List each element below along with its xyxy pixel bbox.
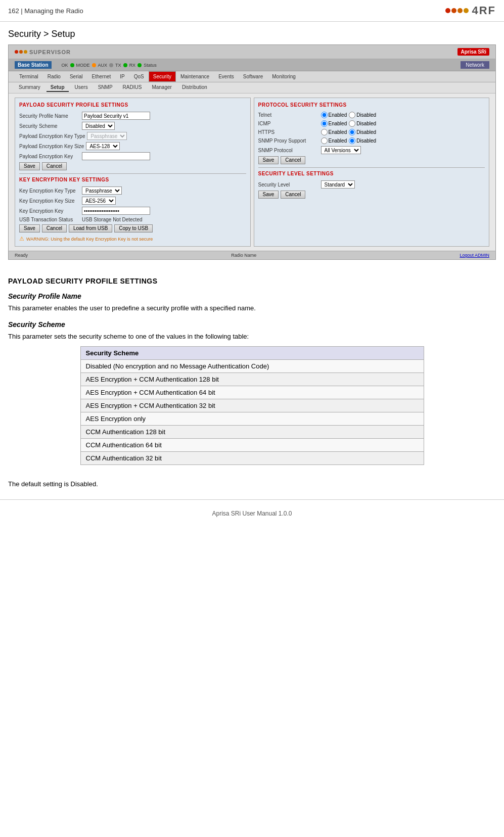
logo-dot-2 [451, 8, 456, 13]
logout-link[interactable]: Logout ADMIN [460, 253, 489, 258]
scheme-table-row-2: AES Encryption + CCM Authentication 64 b… [80, 386, 424, 399]
snmp-proxy-radio-group: Enabled Disabled [321, 137, 377, 144]
tab-serial[interactable]: Serial [65, 71, 87, 82]
key-enc-size-select[interactable]: AES-256 [82, 197, 116, 205]
security-scheme-select[interactable]: Disabled [82, 122, 115, 130]
doc-section-heading: PAYLOAD SECURITY PROFILE SETTINGS [8, 277, 496, 285]
snmp-proxy-disabled-radio[interactable] [349, 137, 355, 144]
security-level-select[interactable]: Standard [321, 180, 355, 189]
key-enc-panel-title: KEY ENCRYPTION KEY SETTINGS [19, 177, 246, 182]
proto-cancel-button[interactable]: Cancel [281, 156, 305, 164]
icmp-enabled-radio[interactable] [321, 120, 328, 127]
payload-cancel-button[interactable]: Cancel [42, 162, 67, 170]
tab-software[interactable]: Software [239, 71, 267, 82]
doc-subsection1-text: This parameter enables the user to prede… [8, 303, 496, 313]
right-panel: PROTOCOL SECURITY SETTINGS Telnet Enable… [254, 98, 490, 247]
tab-terminal[interactable]: Terminal [15, 71, 43, 82]
subnav-users[interactable]: Users [71, 83, 92, 92]
payload-enc-key-type-select[interactable]: Passphrase [87, 132, 127, 140]
key-enc-type-select[interactable]: Passphrase [82, 187, 122, 195]
telnet-label: Telnet [258, 112, 319, 118]
default-text-section: The default setting is Disabled. [0, 472, 504, 489]
https-disabled-label: Disabled [349, 129, 376, 135]
payload-enc-key-type-row: Payload Encryption Key Type Passphrase [19, 132, 246, 140]
payload-enc-key-row: Payload Encryption Key [19, 152, 246, 160]
tab-maintenance[interactable]: Maintenance [176, 71, 214, 82]
tab-ip[interactable]: IP [115, 71, 129, 82]
page-header: 162 | Managing the Radio 4RF [0, 0, 504, 22]
subnav-setup[interactable]: Setup [47, 83, 69, 92]
station-name: Base Station [15, 61, 52, 69]
payload-enc-key-type-label: Payload Encryption Key Type [19, 133, 85, 139]
payload-enc-key-input[interactable] [82, 152, 150, 160]
payload-save-button[interactable]: Save [19, 162, 40, 170]
subnav-summary[interactable]: Summary [15, 83, 44, 92]
https-disabled-radio[interactable] [349, 129, 355, 135]
footer-text: Aprisa SRi User Manual 1.0.0 [212, 510, 292, 517]
rx-label: RX [129, 63, 136, 68]
key-enc-key-label: Key Encryption Key [19, 208, 80, 214]
subnav-radius[interactable]: RADIUS [119, 83, 146, 92]
network-badge: Network [461, 61, 489, 69]
tab-ethernet[interactable]: Ethernet [87, 71, 116, 82]
snmp-proxy-enabled-radio[interactable] [321, 137, 328, 144]
sub-nav: Summary Setup Users SNMP RADIUS Manager … [9, 82, 495, 94]
protocol-panel-title: PROTOCOL SECURITY SETTINGS [258, 102, 485, 108]
profile-name-row: Security Profile Name [19, 112, 246, 120]
load-usb-button[interactable]: Load from USB [69, 224, 112, 232]
sec-level-btn-row: Save Cancel [258, 191, 485, 199]
payload-panel-title: PAYLOAD SECURITY PROFILE SETTINGS [19, 102, 246, 108]
key-save-button[interactable]: Save [19, 224, 40, 232]
icmp-radio-group: Enabled Disabled [321, 120, 377, 127]
profile-name-label: Security Profile Name [19, 113, 80, 119]
aprisa-badge: Aprisa SRi [457, 48, 489, 56]
doc-subsection1-heading: Security Profile Name [8, 292, 496, 300]
payload-btn-row: Save Cancel [19, 162, 246, 170]
proto-save-button[interactable]: Save [258, 156, 279, 164]
tab-monitoring[interactable]: Monitoring [267, 71, 300, 82]
snmp-protocol-select[interactable]: All Versions [321, 146, 361, 154]
logo-dots [445, 8, 469, 13]
key-enc-key-input[interactable] [82, 207, 150, 215]
doc-section: PAYLOAD SECURITY PROFILE SETTINGS Securi… [0, 270, 504, 341]
main-content: PAYLOAD SECURITY PROFILE SETTINGS Securi… [9, 94, 495, 251]
profile-name-input[interactable] [82, 112, 150, 120]
icmp-row: ICMP Enabled Disabled [258, 120, 485, 127]
tx-light [123, 63, 127, 67]
key-btn-row: Save Cancel Load from USB Copy to USB [19, 224, 246, 232]
radio-name: Radio Name [231, 253, 256, 258]
tab-qos[interactable]: QoS [129, 71, 149, 82]
sec-level-save-button[interactable]: Save [258, 191, 279, 199]
subnav-snmp[interactable]: SNMP [94, 83, 117, 92]
tab-events[interactable]: Events [214, 71, 239, 82]
station-bar: Base Station OK MODE AUX TX RX Status Ne… [9, 59, 495, 71]
https-enabled-radio[interactable] [321, 129, 328, 135]
subnav-distribution[interactable]: Distribution [178, 83, 211, 92]
scheme-table-row-7: CCM Authentication 32 bit [80, 452, 424, 465]
telnet-enabled-radio[interactable] [321, 112, 328, 118]
rx-light [138, 63, 142, 67]
tab-radio[interactable]: Radio [43, 71, 65, 82]
page-title-section: Security > Setup [0, 22, 504, 44]
logo-container: 4RF [445, 4, 496, 17]
icmp-disabled-label: Disabled [349, 120, 376, 127]
icmp-disabled-radio[interactable] [349, 120, 355, 127]
warning-icon: ⚠ [19, 236, 24, 242]
doc-subsection2-heading: Security Scheme [8, 320, 496, 329]
telnet-disabled-radio[interactable] [349, 112, 355, 118]
tab-security[interactable]: Security [149, 71, 176, 82]
subnav-manager[interactable]: Manager [148, 83, 175, 92]
security-scheme-row: Security Scheme Disabled [19, 122, 246, 130]
mode-light [92, 63, 96, 67]
copy-usb-button[interactable]: Copy to USB [114, 224, 153, 232]
status-lights: OK MODE AUX TX RX Status [62, 63, 157, 68]
snmp-protocol-label: SNMP Protocol [258, 148, 319, 153]
sec-level-cancel-button[interactable]: Cancel [281, 191, 305, 199]
https-label: HTTPS [258, 129, 319, 135]
ready-status: Ready [15, 253, 28, 258]
key-cancel-button[interactable]: Cancel [42, 224, 67, 232]
aux-label: AUX [98, 63, 108, 68]
payload-enc-key-size-select[interactable]: AES-128 [86, 142, 120, 150]
security-level-row: Security Level Standard [258, 180, 485, 189]
logo-dot-4 [464, 8, 469, 13]
